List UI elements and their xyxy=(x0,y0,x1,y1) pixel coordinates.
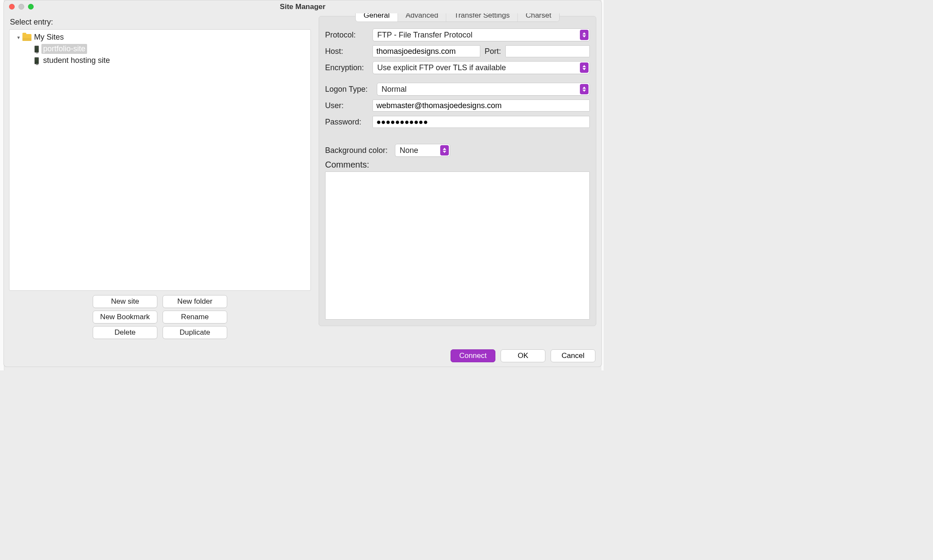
site-entry-label: student hosting site xyxy=(41,56,112,65)
site-tree[interactable]: ▾ My Sites portfolio-site student hostin… xyxy=(9,29,311,291)
protocol-select[interactable]: FTP - File Transfer Protocol xyxy=(373,28,590,41)
rename-button[interactable]: Rename xyxy=(163,311,227,324)
window-controls xyxy=(9,4,34,9)
delete-button[interactable]: Delete xyxy=(93,326,157,339)
logon-type-value: Normal xyxy=(382,85,407,94)
host-label: Host: xyxy=(325,47,368,56)
updown-icon xyxy=(580,84,589,94)
tree-root-row[interactable]: ▾ My Sites xyxy=(9,31,310,43)
site-entry-student-hosting[interactable]: student hosting site xyxy=(9,55,310,66)
minimize-window-icon[interactable] xyxy=(19,4,24,9)
comments-label: Comments: xyxy=(325,160,590,170)
select-entry-label: Select entry: xyxy=(10,18,311,27)
user-label: User: xyxy=(325,101,368,110)
titlebar: Site Manager xyxy=(4,0,601,13)
settings-panel: General Advanced Transfer Settings Chars… xyxy=(319,16,596,326)
site-entry-portfolio[interactable]: portfolio-site xyxy=(9,43,310,55)
new-bookmark-button[interactable]: New Bookmark xyxy=(93,311,157,324)
entry-action-buttons: New site New folder New Bookmark Rename … xyxy=(9,295,311,339)
zoom-window-icon[interactable] xyxy=(28,4,34,9)
protocol-value: FTP - File Transfer Protocol xyxy=(377,31,473,40)
new-folder-button[interactable]: New folder xyxy=(163,295,227,308)
connect-button[interactable]: Connect xyxy=(451,349,495,362)
comments-textarea[interactable] xyxy=(325,171,590,320)
encryption-label: Encryption: xyxy=(325,63,368,72)
user-input[interactable] xyxy=(373,100,590,112)
server-icon xyxy=(34,57,39,64)
server-icon xyxy=(34,46,39,53)
password-label: Password: xyxy=(325,118,368,127)
background-color-label: Background color: xyxy=(325,146,391,155)
logon-type-label: Logon Type: xyxy=(325,85,373,94)
disclosure-triangle-icon[interactable]: ▾ xyxy=(16,34,22,40)
logon-type-select[interactable]: Normal xyxy=(377,83,590,96)
encryption-select[interactable]: Use explicit FTP over TLS if available xyxy=(373,61,590,74)
background-color-select[interactable]: None xyxy=(395,144,450,157)
folder-icon xyxy=(22,34,31,41)
background-color-value: None xyxy=(400,146,418,155)
site-manager-window: Site Manager Select entry: ▾ My Sites po… xyxy=(3,0,602,367)
tree-root-label: My Sites xyxy=(34,33,64,42)
protocol-label: Protocol: xyxy=(325,31,368,40)
ok-button[interactable]: OK xyxy=(501,349,545,362)
updown-icon xyxy=(580,62,589,73)
new-site-button[interactable]: New site xyxy=(93,295,157,308)
host-input[interactable] xyxy=(373,45,480,57)
port-input[interactable] xyxy=(505,45,590,57)
close-window-icon[interactable] xyxy=(9,4,15,9)
site-entry-label: portfolio-site xyxy=(41,44,87,54)
updown-icon xyxy=(580,30,589,40)
dialog-footer: Connect OK Cancel xyxy=(451,349,595,362)
duplicate-button[interactable]: Duplicate xyxy=(163,326,227,339)
port-label: Port: xyxy=(485,47,501,56)
encryption-value: Use explicit FTP over TLS if available xyxy=(377,63,506,72)
window-title: Site Manager xyxy=(280,3,326,11)
updown-icon xyxy=(440,145,449,156)
password-input[interactable] xyxy=(373,116,590,128)
cancel-button[interactable]: Cancel xyxy=(551,349,595,362)
